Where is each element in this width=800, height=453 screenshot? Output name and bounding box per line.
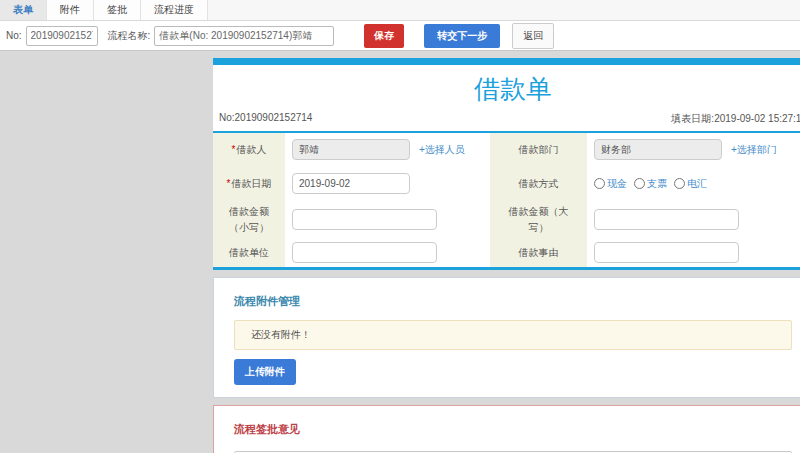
- borrow-reason-input[interactable]: [594, 242, 739, 263]
- borrow-department-label: 借款部门: [490, 133, 587, 166]
- save-button[interactable]: 保存: [364, 24, 404, 48]
- check-radio[interactable]: [634, 178, 645, 189]
- select-department-link[interactable]: +选择部门: [731, 143, 777, 157]
- form-date-text: 填表日期:2019-09-02 15:27:14: [671, 112, 800, 126]
- flow-name-label: 流程名称:: [108, 29, 151, 43]
- amount-uppercase-label: 借款金额（大写）: [490, 201, 587, 238]
- borrow-method-radio-group: 现金 支票 电汇: [594, 177, 707, 191]
- approval-heading: 流程签批意见: [234, 422, 792, 437]
- borrow-unit-label: 借款单位: [213, 238, 285, 267]
- tab-process-progress[interactable]: 流程进度: [141, 0, 208, 20]
- borrow-date-input[interactable]: [292, 173, 410, 194]
- upload-attachment-button[interactable]: 上传附件: [234, 359, 296, 385]
- no-input[interactable]: [26, 26, 98, 46]
- borrower-label: *借款人: [213, 133, 285, 166]
- amount-uppercase-input[interactable]: [594, 209, 739, 230]
- required-asterisk: *: [232, 144, 236, 155]
- amount-lowercase-field: [285, 201, 490, 238]
- flow-name-input[interactable]: [154, 26, 334, 46]
- borrow-method-label: 借款方式: [490, 166, 587, 201]
- borrow-date-label: *借款日期: [213, 166, 285, 201]
- tab-approval[interactable]: 签批: [94, 0, 141, 20]
- radio-wire[interactable]: 电汇: [674, 177, 707, 191]
- command-bar: No: 流程名称: 保存 转交下一步 返回: [0, 21, 800, 51]
- radio-check[interactable]: 支票: [634, 177, 667, 191]
- borrow-unit-input[interactable]: [292, 242, 437, 263]
- borrow-reason-label: 借款事由: [490, 238, 587, 267]
- forward-next-step-button[interactable]: 转交下一步: [424, 24, 500, 48]
- attachments-section: 流程附件管理 还没有附件！ 上传附件: [213, 277, 800, 398]
- borrower-field: +选择人员: [285, 133, 490, 166]
- borrower-input[interactable]: [292, 139, 410, 160]
- borrow-unit-field: [285, 238, 490, 267]
- form-meta-row: No:20190902152714 填表日期:2019-09-02 15:27:…: [213, 110, 800, 133]
- required-asterisk: *: [227, 178, 231, 189]
- amount-lowercase-input[interactable]: [292, 209, 437, 230]
- borrow-reason-field: [587, 238, 800, 267]
- amount-uppercase-field: [587, 201, 800, 238]
- borrow-department-input[interactable]: [594, 139, 722, 160]
- form-grid: *借款人 +选择人员 借款部门 +选择部门 *借款日期 借款方式: [213, 133, 800, 267]
- select-person-link[interactable]: +选择人员: [419, 143, 465, 157]
- no-label: No:: [6, 30, 22, 41]
- panel-top-accent-bar: [213, 58, 800, 65]
- form-no-text: No:20190902152714: [219, 112, 312, 126]
- borrow-method-field: 现金 支票 电汇: [587, 166, 800, 201]
- loan-form-card: 借款单 No:20190902152714 填表日期:2019-09-02 15…: [213, 65, 800, 270]
- tab-form[interactable]: 表单: [0, 0, 47, 20]
- attachments-heading: 流程附件管理: [234, 294, 792, 309]
- no-attachments-alert: 还没有附件！: [234, 320, 792, 350]
- loan-form-panel: 借款单 No:20190902152714 填表日期:2019-09-02 15…: [213, 58, 800, 453]
- tab-attachments[interactable]: 附件: [47, 0, 94, 20]
- radio-cash[interactable]: 现金: [594, 177, 627, 191]
- borrow-department-field: +选择部门: [587, 133, 800, 166]
- approval-opinion-section: 流程签批意见 B I abc: [213, 405, 800, 453]
- amount-lowercase-label: 借款金额（小写）: [213, 201, 285, 238]
- top-tab-bar: 表单 附件 签批 流程进度: [0, 0, 800, 21]
- back-button[interactable]: 返回: [512, 23, 554, 49]
- borrow-date-field: [285, 166, 490, 201]
- wire-radio[interactable]: [674, 178, 685, 189]
- form-title: 借款单: [213, 65, 800, 110]
- cash-radio[interactable]: [594, 178, 605, 189]
